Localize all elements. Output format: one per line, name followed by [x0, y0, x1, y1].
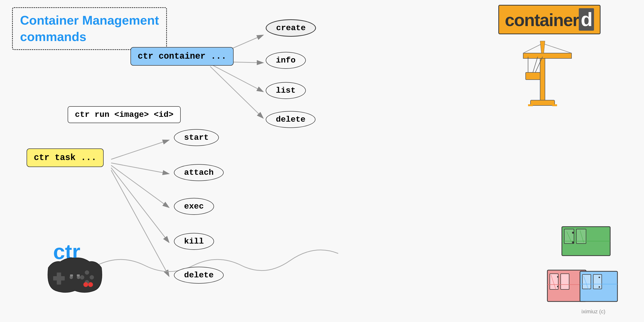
ctr-task-node: ctr task ... — [26, 148, 104, 167]
title-text: Container Management commands — [20, 12, 159, 45]
svg-line-42 — [111, 168, 169, 243]
svg-line-37 — [210, 64, 263, 92]
svg-line-6 — [533, 57, 538, 72]
svg-line-39 — [111, 140, 169, 159]
create-node: create — [266, 19, 316, 37]
svg-point-47 — [90, 275, 94, 280]
svg-marker-11 — [540, 41, 545, 53]
title-box: Container Management commands — [12, 7, 167, 50]
crane-illustration — [509, 29, 576, 107]
svg-rect-1 — [523, 53, 572, 58]
svg-point-53 — [88, 282, 93, 287]
attach-node: attach — [174, 164, 224, 181]
start-node: start — [174, 129, 219, 146]
svg-rect-45 — [53, 276, 65, 281]
svg-point-30 — [557, 276, 558, 278]
svg-line-43 — [111, 170, 169, 276]
svg-point-32 — [598, 277, 600, 278]
list-node: list — [266, 82, 306, 99]
svg-point-52 — [83, 282, 88, 287]
svg-point-31 — [557, 286, 558, 287]
attribution-text: iximiuz (c) — [582, 309, 605, 315]
ctr-container-node: ctr container ... — [130, 47, 234, 66]
svg-point-46 — [85, 270, 89, 275]
svg-rect-8 — [526, 72, 540, 80]
svg-rect-55 — [77, 275, 80, 276]
svg-point-29 — [572, 241, 574, 243]
svg-line-38 — [210, 66, 263, 118]
svg-rect-2 — [530, 100, 554, 105]
svg-line-41 — [111, 165, 169, 208]
svg-line-9 — [523, 43, 542, 53]
ctr-run-node: ctr run <image> <id> — [68, 106, 181, 123]
svg-rect-25 — [593, 275, 602, 289]
kill-node: kill — [174, 233, 214, 250]
delete-task-node: delete — [174, 267, 224, 284]
svg-line-10 — [542, 43, 572, 53]
svg-rect-19 — [550, 274, 558, 290]
svg-line-40 — [111, 163, 169, 174]
info-node: info — [266, 52, 306, 69]
container-stack-illustration — [542, 224, 620, 308]
gamepad-illustration — [41, 253, 109, 298]
svg-point-33 — [598, 286, 600, 288]
delete-container-node: delete — [266, 111, 316, 128]
svg-point-49 — [80, 275, 84, 280]
exec-node: exec — [174, 198, 214, 215]
svg-rect-54 — [70, 275, 73, 276]
svg-point-28 — [572, 232, 574, 234]
svg-rect-20 — [561, 274, 569, 290]
svg-rect-0 — [540, 58, 545, 101]
